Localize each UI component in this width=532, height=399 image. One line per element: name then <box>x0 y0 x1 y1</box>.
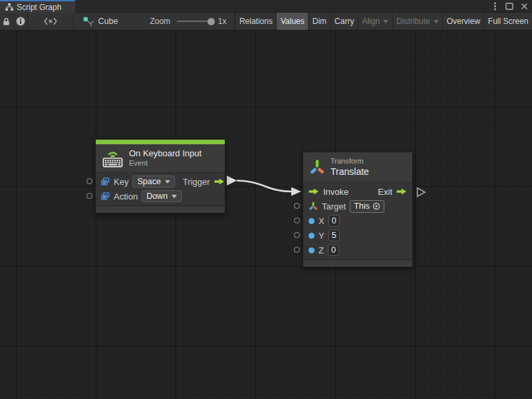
translate-node-body: Invoke Exit Target Th <box>303 183 412 259</box>
action-dropdown-value: Down <box>146 192 168 201</box>
event-accent-bar <box>96 140 225 144</box>
action-row: Action Down <box>96 189 225 203</box>
titlebar: Script Graph <box>0 0 532 13</box>
y-row: Y 5 <box>303 228 412 243</box>
node-on-keyboard-input[interactable]: On Keyboard Input Event Key Space <box>95 139 225 213</box>
tab-script-graph[interactable]: Script Graph <box>0 0 75 13</box>
node-title: Translate <box>331 166 369 178</box>
key-dropdown-value: Space <box>137 177 160 186</box>
wire-arrowhead <box>291 188 301 196</box>
value-dot-icon <box>309 247 315 253</box>
node-footer <box>303 259 412 267</box>
info-button[interactable] <box>14 13 28 30</box>
z-label: Z <box>319 245 324 255</box>
graph-target[interactable]: Cube <box>83 17 118 27</box>
node-subtitle: Event <box>129 159 201 168</box>
action-dropdown[interactable]: Down <box>142 190 182 202</box>
chevron-down-icon <box>165 180 170 184</box>
x-value-field[interactable]: 0 <box>329 215 340 227</box>
fullscreen-label: Full Screen <box>488 17 529 26</box>
node-transform-translate[interactable]: Transform Translate Invoke Exit <box>303 152 413 267</box>
invoke-label: Invoke <box>323 187 348 197</box>
script-graph-window: Script Graph <box>0 0 532 399</box>
axis-icon <box>309 201 318 211</box>
y-label: Y <box>319 231 325 241</box>
graph-tab-icon <box>5 3 13 11</box>
align-button[interactable]: Align <box>358 13 392 30</box>
event-node-header: On Keyboard Input Event <box>96 144 225 173</box>
lock-icon <box>3 17 10 26</box>
translate-node-header: Transform Translate <box>303 152 412 183</box>
overview-label: Overview <box>447 17 480 26</box>
flow-arrow-icon[interactable] <box>309 188 319 195</box>
z-value: 0 <box>331 245 336 255</box>
node-title: On Keyboard Input <box>129 148 201 159</box>
overview-button[interactable]: Overview <box>442 13 483 30</box>
node-footer <box>96 205 225 213</box>
event-node-titles: On Keyboard Input Event <box>129 148 201 168</box>
wire-layer <box>0 31 532 399</box>
graph-toolbar: Cube Zoom 1x Relations Values Dim Carry … <box>0 13 532 31</box>
z-row: Z 0 <box>303 243 412 257</box>
exit-port-triangle[interactable] <box>418 188 426 197</box>
translate-node-titles: Transform Translate <box>331 157 369 178</box>
y-value: 5 <box>332 231 336 240</box>
x-label: X <box>319 216 325 226</box>
y-value-field[interactable]: 5 <box>329 229 340 241</box>
lock-button[interactable] <box>0 13 14 30</box>
graph-canvas[interactable]: On Keyboard Input Event Key Space <box>0 31 532 399</box>
action-input-port[interactable] <box>86 193 92 199</box>
relations-button[interactable]: Relations <box>235 13 276 30</box>
chevron-down-icon <box>172 195 177 198</box>
info-icon <box>16 17 25 26</box>
distribute-label: Distribute <box>396 17 430 26</box>
z-value-field[interactable]: 0 <box>328 244 339 256</box>
toolbar-buttons: Relations Values Dim Carry Align Distrib… <box>235 13 532 30</box>
kebab-menu-icon[interactable] <box>489 1 500 12</box>
key-row: Key Space Trigger <box>96 174 225 189</box>
graph-pointer-icon <box>83 17 94 27</box>
exit-label: Exit <box>378 187 392 197</box>
relations-label: Relations <box>239 17 273 26</box>
trigger-invoke-wire[interactable] <box>237 181 291 192</box>
scene-pick-icon[interactable] <box>372 202 380 210</box>
target-label: Target <box>322 201 346 211</box>
align-label: Align <box>362 17 380 26</box>
x-value: 0 <box>332 216 336 225</box>
event-node-body: Key Space Trigger <box>96 173 225 205</box>
invoke-row: Invoke Exit <box>303 184 412 199</box>
zoom-slider[interactable] <box>177 21 212 22</box>
key-dropdown[interactable]: Space <box>132 176 174 188</box>
close-icon[interactable] <box>519 1 529 12</box>
zoom-slider-handle[interactable] <box>207 18 215 25</box>
dim-button[interactable]: Dim <box>308 13 330 30</box>
zoom-value: 1x <box>218 17 227 26</box>
flow-arrow-icon[interactable] <box>396 188 407 195</box>
keyboard-icon <box>102 149 123 168</box>
target-row: Target This <box>303 199 412 213</box>
zoom-label: Zoom <box>150 17 170 26</box>
key-label: Key <box>114 177 128 187</box>
wire-start-triangle[interactable] <box>227 176 237 186</box>
maximize-icon[interactable] <box>504 1 515 12</box>
values-button[interactable]: Values <box>276 13 308 30</box>
value-dot-icon <box>309 218 315 224</box>
graph-target-name: Cube <box>98 17 118 26</box>
value-dot-icon <box>309 233 315 239</box>
fullscreen-button[interactable]: Full Screen <box>483 13 532 30</box>
enum-icon <box>101 192 110 200</box>
x-row: X 0 <box>303 213 412 228</box>
enum-icon <box>101 178 110 186</box>
code-icon <box>44 17 57 25</box>
values-label: Values <box>281 17 305 26</box>
node-category: Transform <box>331 157 369 166</box>
flow-arrow-icon[interactable] <box>214 178 225 185</box>
distribute-button[interactable]: Distribute <box>392 13 443 30</box>
carry-button[interactable]: Carry <box>331 13 358 30</box>
window-controls <box>489 0 529 13</box>
target-and-zoom-section: Cube Zoom 1x <box>74 13 235 30</box>
edit-source-button[interactable] <box>28 13 74 30</box>
target-value-box[interactable]: This <box>350 200 384 213</box>
tab-title: Script Graph <box>17 3 61 12</box>
key-input-port[interactable] <box>86 178 92 184</box>
